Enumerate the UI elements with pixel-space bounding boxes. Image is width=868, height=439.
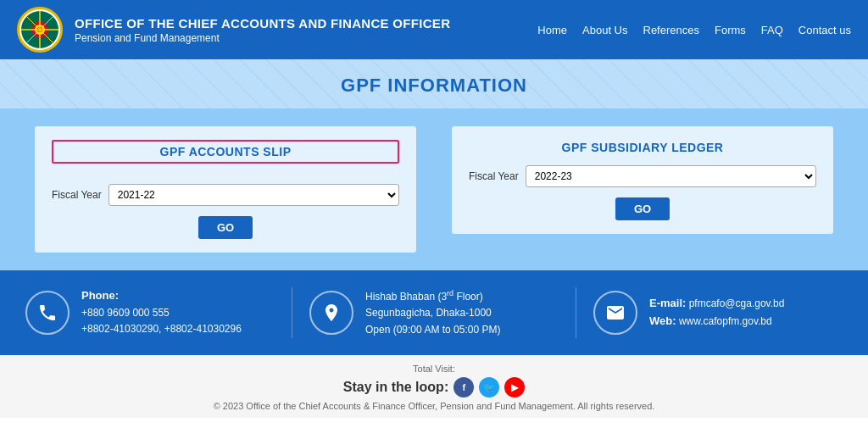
address-line3: Open (09:00 AM to 05:00 PM) bbox=[365, 324, 500, 336]
accounts-slip-fiscal-label: Fiscal Year bbox=[52, 189, 102, 201]
web-value: www.cafopfm.gov.bd bbox=[679, 315, 772, 327]
accounts-slip-fiscal-row: Fiscal Year 2021-22 2020-21 2019-20 2018… bbox=[52, 184, 399, 206]
footer-bottom: Total Visit: Stay in the loop: f 🐦 ▶ © 2… bbox=[0, 355, 868, 418]
phone-label: Phone: bbox=[81, 289, 119, 302]
footer-email-item: E-mail: pfmcafo@cga.gov.bd Web: www.cafo… bbox=[593, 291, 843, 335]
subsidiary-ledger-go-button[interactable]: GO bbox=[615, 197, 670, 220]
phone-1: +880 9609 000 555 bbox=[81, 307, 170, 319]
footer-email-text: E-mail: pfmcafo@cga.gov.bd Web: www.cafo… bbox=[649, 295, 784, 331]
footer-divider-2 bbox=[576, 287, 576, 338]
accounts-slip-go-button[interactable]: GO bbox=[198, 216, 253, 239]
banner-section: GPF INFORMATION bbox=[0, 59, 868, 108]
nav-faq[interactable]: FAQ bbox=[761, 24, 783, 36]
accounts-slip-fiscal-select[interactable]: 2021-22 2020-21 2019-20 2018-19 bbox=[108, 184, 399, 206]
phone-icon bbox=[25, 291, 70, 335]
gpf-section: GPF ACCOUNTS SLIP Fiscal Year 2021-22 20… bbox=[0, 108, 868, 270]
footer-info: Phone: +880 9609 000 555 +8802-41030290,… bbox=[0, 270, 868, 355]
gpf-accounts-slip-title: GPF ACCOUNTS SLIP bbox=[52, 140, 399, 164]
main-nav: Home About Us References Forms FAQ Conta… bbox=[537, 24, 851, 36]
org-title-block: OFFICE OF THE CHIEF ACCOUNTS AND FINANCE… bbox=[75, 16, 450, 44]
nav-about[interactable]: About Us bbox=[582, 24, 627, 36]
footer-address-text: Hishab Bhaban (3rd Floor) Segunbagicha, … bbox=[365, 287, 500, 338]
nav-forms[interactable]: Forms bbox=[715, 24, 746, 36]
gpf-accounts-slip-card: GPF ACCOUNTS SLIP Fiscal Year 2021-22 20… bbox=[34, 125, 417, 253]
address-line2: Segunbagicha, Dhaka-1000 bbox=[365, 307, 492, 319]
gpf-subsidiary-ledger-title: GPF SUBSIDIARY LEDGER bbox=[562, 141, 724, 154]
total-visit: Total Visit: bbox=[0, 364, 868, 374]
footer-phone-text: Phone: +880 9609 000 555 +8802-41030290,… bbox=[81, 287, 242, 337]
nav-contact[interactable]: Contact us bbox=[798, 24, 851, 36]
org-name: OFFICE OF THE CHIEF ACCOUNTS AND FINANCE… bbox=[75, 16, 450, 31]
footer-address-item: Hishab Bhaban (3rd Floor) Segunbagicha, … bbox=[309, 287, 559, 338]
youtube-icon[interactable]: ▶ bbox=[504, 377, 525, 397]
subsidiary-ledger-fiscal-label: Fiscal Year bbox=[469, 170, 519, 182]
location-icon bbox=[309, 291, 353, 335]
subsidiary-ledger-fiscal-select[interactable]: 2022-23 2021-22 2020-21 2019-20 bbox=[526, 165, 816, 187]
stay-in-loop: Stay in the loop: f 🐦 ▶ bbox=[0, 377, 868, 397]
header-left: OFFICE OF THE CHIEF ACCOUNTS AND FINANCE… bbox=[17, 7, 450, 53]
footer-divider-1 bbox=[292, 287, 292, 338]
facebook-icon[interactable]: f bbox=[453, 377, 474, 397]
nav-references[interactable]: References bbox=[643, 24, 699, 36]
email-icon bbox=[593, 291, 637, 335]
subsidiary-ledger-fiscal-row: Fiscal Year 2022-23 2021-22 2020-21 2019… bbox=[469, 165, 816, 187]
org-logo bbox=[17, 7, 63, 53]
stay-in-loop-text: Stay in the loop: bbox=[343, 380, 448, 395]
page-header: OFFICE OF THE CHIEF ACCOUNTS AND FINANCE… bbox=[0, 0, 868, 59]
footer-phone-item: Phone: +880 9609 000 555 +8802-41030290,… bbox=[25, 287, 275, 337]
gpf-subsidiary-ledger-card: GPF SUBSIDIARY LEDGER Fiscal Year 2022-2… bbox=[451, 125, 834, 235]
org-subtitle: Pension and Fund Management bbox=[75, 32, 450, 44]
email-label: E-mail: bbox=[649, 297, 689, 309]
phone-2: +8802-41030290, +8802-41030296 bbox=[81, 323, 242, 335]
copyright: © 2023 Office of the Chief Accounts & Fi… bbox=[0, 401, 868, 411]
email-value: pfmcafo@cga.gov.bd bbox=[689, 297, 785, 309]
banner-title: GPF INFORMATION bbox=[0, 75, 868, 97]
address-line1: Hishab Bhaban (3rd Floor) bbox=[365, 291, 483, 303]
twitter-icon[interactable]: 🐦 bbox=[479, 377, 499, 397]
nav-home[interactable]: Home bbox=[537, 24, 567, 36]
web-label: Web: bbox=[649, 315, 679, 327]
